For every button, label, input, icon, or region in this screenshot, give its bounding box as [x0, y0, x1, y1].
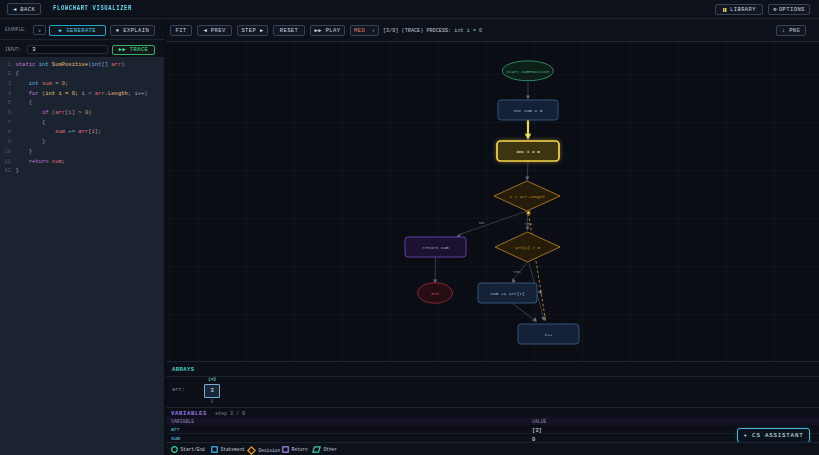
svg-text:Start SumPositive: Start SumPositive: [506, 70, 549, 74]
svg-text:Yes: Yes: [513, 269, 521, 274]
svg-text:sum += arr[i]: sum += arr[i]: [490, 291, 524, 296]
svg-text:i < arr.Length: i < arr.Length: [509, 195, 545, 199]
svg-text:i++: i++: [545, 332, 553, 337]
svg-text:arr[i] > 0: arr[i] > 0: [515, 246, 541, 250]
svg-text:End: End: [431, 292, 439, 296]
svg-text:Yes: Yes: [525, 221, 533, 226]
svg-text:return sum: return sum: [422, 245, 449, 250]
svg-text:int i = 0: int i = 0: [516, 149, 540, 154]
svg-text:int sum = 0: int sum = 0: [514, 108, 543, 113]
svg-text:No: No: [479, 220, 485, 225]
